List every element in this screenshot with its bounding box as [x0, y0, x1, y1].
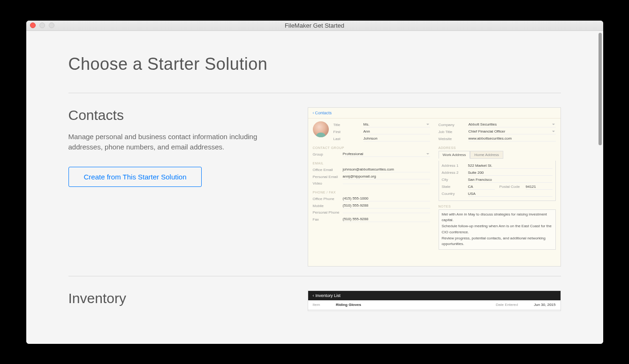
fax-value: (510) 555-9288 [343, 217, 430, 222]
notes-line2: Schedule follow-up meeting when Ann is o… [442, 223, 553, 236]
city-label: City [442, 178, 468, 183]
addr2-label: Address 2 [442, 171, 468, 176]
last-value: Johnson [364, 136, 430, 141]
phone-section: PHONE / FAX [313, 191, 430, 194]
minimize-window-button[interactable] [39, 22, 45, 28]
inventory-preview: ‹Inventory List Item Riding Gloves Date … [308, 290, 561, 311]
website-label: Website [439, 137, 469, 141]
postal-label: Postal Code [500, 185, 526, 190]
fax-label: Fax [313, 217, 343, 222]
inv-date-label: Date Entered [496, 303, 518, 307]
website-value: www.abbottsecurities.com [469, 136, 556, 141]
email-section: EMAIL [313, 162, 430, 165]
avatar [313, 121, 329, 137]
contact-group-section: CONTACT GROUP [313, 146, 430, 149]
traffic-lights [26, 22, 54, 28]
chevron-left-icon: ‹ [313, 111, 314, 115]
addr2-value: Suite 200 [468, 171, 553, 176]
tab-home-address: Home Address [470, 151, 503, 159]
personal-phone-label: Personal Phone [313, 210, 343, 215]
inv-date-value: Jun 30, 2015 [534, 303, 555, 307]
company-value: Abbott Securities [469, 122, 556, 127]
page-title: Choose a Starter Solution [68, 54, 561, 74]
address-tabs: Work Address Home Address [439, 151, 556, 159]
title-value: Ms. [364, 122, 430, 127]
city-value: San Francisco [468, 178, 553, 183]
addr1-value: 522 Market St. [468, 163, 553, 169]
state-label: State [442, 185, 468, 190]
inv-item-label: Item [313, 303, 320, 307]
mobile-label: Mobile [313, 204, 343, 208]
country-value: USA [468, 192, 553, 197]
solution-contacts: Contacts Manage personal and business co… [68, 107, 561, 267]
address-section: ADDRESS [439, 146, 556, 149]
group-value: Professional [343, 152, 430, 157]
app-window: FileMaker Get Started Choose a Starter S… [26, 21, 603, 344]
jobtitle-value: Chief Financial Officer [469, 129, 556, 134]
group-label: Group [313, 152, 343, 156]
company-label: Company [439, 123, 469, 127]
chevron-left-icon: ‹ [313, 293, 314, 298]
notes-line1: Met with Ann in May to discuss strategie… [442, 212, 553, 224]
scrollbar-thumb[interactable] [599, 33, 602, 145]
contacts-preview-header: ‹Contacts [308, 108, 561, 119]
inventory-preview-header: ‹Inventory List [308, 291, 561, 300]
mobile-value: (510) 555-9288 [343, 203, 430, 208]
last-label: Last [333, 137, 364, 141]
notes-line3: Review progress, potential contacts, and… [442, 236, 553, 248]
notes-box: Met with Ann in May to discuss strategie… [439, 209, 556, 250]
divider [68, 93, 561, 93]
first-value: Ann [364, 129, 430, 134]
inventory-back-label: Inventory List [316, 293, 341, 298]
solution-inventory-title: Inventory [68, 290, 289, 306]
solution-inventory-info: Inventory [68, 290, 289, 315]
inv-item-value: Riding Gloves [336, 303, 361, 307]
divider [68, 276, 561, 276]
contacts-preview: ‹Contacts TitleMs. FirstAnn LastJohnson [308, 107, 561, 267]
video-label: Video [313, 181, 343, 186]
state-value: CA [468, 185, 495, 190]
title-label: Title [333, 123, 364, 127]
content-area: Choose a Starter Solution Contacts Manag… [26, 31, 603, 344]
solution-inventory: Inventory ‹Inventory List Item Riding Gl… [68, 290, 561, 315]
address-box: Address 1522 Market St. Address 2Suite 2… [439, 161, 556, 201]
video-value [343, 183, 430, 184]
country-label: Country [442, 192, 468, 197]
postal-value: 94121 [526, 185, 553, 190]
window-title: FileMaker Get Started [26, 22, 603, 29]
office-email-value: johnson@abbottsecurities.com [343, 167, 430, 172]
solution-contacts-description: Manage personal and business contact inf… [68, 132, 289, 153]
personal-phone-value [343, 212, 430, 213]
office-phone-label: Office Phone [313, 197, 343, 201]
solution-contacts-info: Contacts Manage personal and business co… [68, 107, 289, 267]
notes-section: NOTES [439, 205, 556, 208]
inventory-row: Item Riding Gloves Date Entered Jun 30, … [308, 300, 561, 310]
office-email-label: Office Email [313, 168, 343, 172]
contacts-preview-back-label: Contacts [315, 111, 332, 115]
create-contacts-button[interactable]: Create from This Starter Solution [68, 167, 202, 187]
close-window-button[interactable] [30, 22, 36, 28]
addr1-label: Address 1 [442, 163, 468, 169]
titlebar: FileMaker Get Started [26, 21, 603, 31]
personal-email-value: annj@hippomail.org [343, 174, 430, 179]
jobtitle-label: Job Title [439, 130, 469, 134]
zoom-window-button[interactable] [49, 22, 54, 28]
tab-work-address: Work Address [439, 151, 470, 159]
solution-contacts-title: Contacts [68, 107, 289, 123]
office-phone-value: (415) 555-1000 [343, 196, 430, 201]
first-label: First [333, 130, 364, 134]
personal-email-label: Personal Email [313, 175, 343, 179]
